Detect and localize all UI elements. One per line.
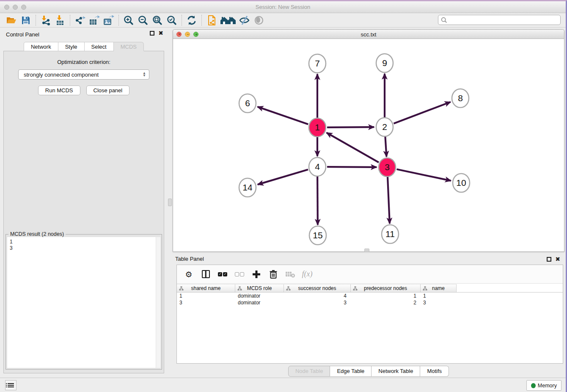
mcds-result-group: MCDS result (2 nodes) 1 3 [6,234,162,370]
table-cell[interactable]: dominator [235,293,284,299]
network-from-selection-icon [206,15,217,26]
result-scrollbar[interactable] [156,237,160,368]
zoom-fit-button[interactable] [150,14,165,27]
zoom-selected-button[interactable] [165,14,179,27]
network-view-window: ✕ − ＋ scc.txt 7968124314101511 [173,29,564,252]
import-table-button[interactable] [53,14,67,27]
table-cell[interactable]: 3 [177,299,235,306]
new-network-from-selection-button[interactable] [204,14,219,27]
run-mcds-button[interactable]: Run MCDS [38,86,80,95]
edge-3-11[interactable] [388,177,390,224]
show-all-button[interactable] [252,14,266,27]
close-panel-button[interactable]: Close panel [86,86,130,95]
tab-motifs[interactable]: Motifs [420,366,449,377]
table-cell[interactable]: 1 [421,293,457,299]
tab-network-table[interactable]: Network Table [372,366,420,377]
function-builder-button[interactable]: f(x) [300,267,315,282]
table-cell[interactable]: 3 [421,299,457,306]
table-cell[interactable]: 2 [351,299,421,306]
node-label-2: 2 [382,122,387,132]
memory-button[interactable]: Memory [526,380,561,391]
column-header-MCDS-role[interactable]: MCDS role [235,284,284,292]
tab-style[interactable]: Style [58,42,85,51]
edge-4-14[interactable] [258,170,308,185]
close-table-panel-icon[interactable]: ✖ [555,257,560,262]
selected-criterion: strongly connected component [24,72,141,78]
export-network-button[interactable] [73,14,87,27]
close-panel-icon[interactable]: ✖ [158,31,163,36]
memory-status-icon [531,383,536,388]
status-bar: Memory [0,378,566,392]
open-file-button[interactable] [4,14,19,27]
save-session-button[interactable] [19,14,33,27]
split-panel-icon [202,270,210,278]
task-history-button[interactable] [5,380,17,390]
column-type-icon [179,286,184,291]
column-header-shared-name[interactable]: shared name [177,284,235,292]
import-network-button[interactable] [39,14,53,27]
zoom-selected-icon [167,15,177,25]
gear-icon: ⚙ [185,270,192,279]
export-table-button[interactable] [87,14,102,27]
edge-1-6[interactable] [258,107,308,124]
tab-edge-table[interactable]: Edge Table [330,366,372,377]
add-row-button[interactable] [249,267,264,282]
network-title: scc.txt [173,31,564,38]
vertical-splitter-grip[interactable] [168,199,172,206]
split-panel-button[interactable] [198,267,213,282]
horizontal-splitter-grip[interactable] [364,248,369,252]
table-cell[interactable]: 3 [284,299,351,306]
edge-3-1[interactable] [327,133,379,162]
table-cell[interactable]: dominator [235,299,284,306]
refresh-button[interactable] [184,14,199,27]
edge-1-2[interactable] [327,127,374,127]
tab-select[interactable]: Select [85,42,114,51]
table-cell[interactable]: 1 [351,293,421,299]
network-window-titlebar[interactable]: ✕ − ＋ scc.txt [173,30,564,39]
eye-slash-icon [239,16,250,25]
tab-node-table[interactable]: Node Table [288,366,330,377]
optimization-criterion-select[interactable]: strongly connected component ▲▼ [18,69,149,80]
export-image-button[interactable] [102,14,116,27]
tab-network[interactable]: Network [24,42,58,51]
table-header-row: shared nameMCDS rolesuccessor nodesprede… [177,284,563,293]
edge-4-3[interactable] [327,167,377,167]
edge-2-8[interactable] [394,102,451,124]
select-all-button[interactable]: ✓✓ [215,267,230,282]
table-row[interactable]: 3dominator323 [177,299,563,306]
control-panel: Control Panel ✖ Network Style Select MCD… [0,28,168,378]
table-cell[interactable]: 4 [284,293,351,299]
column-header-successor-nodes[interactable]: successor nodes [284,284,351,292]
table-row[interactable]: 1dominator411 [177,293,563,299]
mcds-panel-body: Optimization criterion: strongly connect… [3,51,164,373]
hide-selected-button[interactable] [237,14,252,27]
edge-4-15[interactable] [317,177,318,225]
float-table-panel-icon[interactable] [547,257,551,262]
tab-mcds[interactable]: MCDS [114,42,144,51]
first-neighbors-button[interactable] [219,14,237,27]
column-header-name[interactable]: name [421,284,457,292]
table-settings-button[interactable]: ⚙ [181,267,196,282]
search-field[interactable] [438,15,561,25]
delete-table-button[interactable] [283,267,298,282]
delete-row-button[interactable] [266,267,281,282]
edge-3-10[interactable] [397,169,451,181]
fx-icon: f(x) [302,270,313,279]
network-canvas[interactable]: 7968124314101511 [173,39,564,251]
toolbar-separator [36,15,36,26]
search-input[interactable] [447,17,558,23]
mcds-result-text[interactable]: 1 3 [7,237,160,368]
table-cell[interactable]: 1 [177,293,235,299]
node-label-11: 11 [385,229,395,239]
float-panel-icon[interactable] [150,31,154,36]
zoom-in-button[interactable] [121,14,136,27]
export-table-icon [89,15,100,25]
edge-2-3[interactable] [385,137,386,157]
list-icon [8,382,14,388]
column-header-predecessor-nodes[interactable]: predecessor nodes [351,284,421,292]
zoom-out-button[interactable] [136,14,150,27]
app-title: Session: New Session [0,4,566,10]
main-toolbar [0,13,566,28]
deselect-all-button[interactable] [232,267,247,282]
open-folder-icon [6,16,17,25]
